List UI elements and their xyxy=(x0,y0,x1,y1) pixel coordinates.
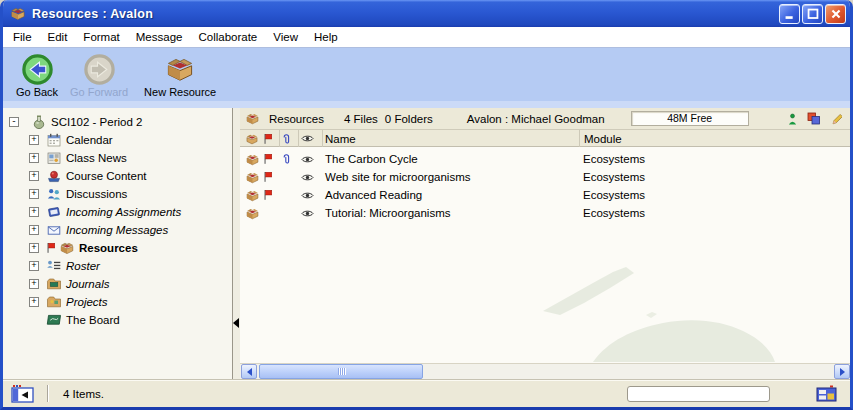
flag-icon xyxy=(261,171,280,183)
flag-icon xyxy=(261,153,280,165)
expand-icon[interactable]: + xyxy=(29,171,39,181)
right-arrow-icon xyxy=(840,368,845,376)
tree-item-incoming-assignments[interactable]: + Incoming Assignments xyxy=(3,203,232,221)
visibility-eye-icon xyxy=(299,191,323,200)
tree-item-discussions[interactable]: + Discussions xyxy=(3,185,232,203)
copy-pages-icon[interactable] xyxy=(807,112,821,125)
course-tree-panel: - SCI102 - Period 2 + xyxy=(3,108,233,379)
expand-icon[interactable]: + xyxy=(29,135,39,145)
resource-row[interactable]: Web site for microorganisms Ecosystems xyxy=(240,168,850,186)
column-visibility-eye-icon[interactable] xyxy=(299,130,323,147)
expand-icon[interactable]: + xyxy=(29,279,39,289)
resource-name: Web site for microorganisms xyxy=(323,171,579,183)
person-icon[interactable] xyxy=(787,113,798,125)
tree-item-class-news[interactable]: + Class News xyxy=(3,149,232,167)
column-module-header[interactable]: Module xyxy=(579,130,850,147)
back-arrow-icon xyxy=(21,52,54,86)
scroll-right-button[interactable] xyxy=(834,364,850,379)
tree-item-label: Roster xyxy=(66,260,100,272)
list-header: Resources 4 Files 0 Folders Avalon : Mic… xyxy=(240,108,850,130)
expand-icon[interactable]: + xyxy=(29,297,39,307)
menu-help[interactable]: Help xyxy=(306,27,346,48)
resource-box-icon xyxy=(243,206,261,221)
column-name-header[interactable]: Name xyxy=(323,130,579,147)
go-back-label: Go Back xyxy=(16,86,58,98)
go-forward-button: Go Forward xyxy=(67,51,131,99)
tree-item-projects[interactable]: + Projects xyxy=(3,293,232,311)
menu-view[interactable]: View xyxy=(265,27,306,48)
resources-box-icon xyxy=(59,240,75,256)
resource-row[interactable]: The Carbon Cycle Ecosystems xyxy=(240,150,850,168)
menu-message[interactable]: Message xyxy=(128,27,191,48)
tree-root-course[interactable]: - SCI102 - Period 2 xyxy=(3,113,232,131)
scroll-left-button[interactable] xyxy=(241,364,257,379)
minimize-button[interactable] xyxy=(779,4,800,24)
menu-format[interactable]: Format xyxy=(75,27,127,48)
resource-row[interactable]: Advanced Reading Ecosystems xyxy=(240,186,850,204)
column-header-row: Name Module xyxy=(240,130,850,147)
tree-item-label: Discussions xyxy=(66,188,127,200)
journals-folder-icon xyxy=(46,276,62,292)
menu-edit[interactable]: Edit xyxy=(40,27,76,48)
maximize-button[interactable] xyxy=(802,4,823,24)
thumb-grip xyxy=(342,368,343,375)
calendar-icon xyxy=(46,132,62,148)
expand-icon[interactable]: + xyxy=(29,189,39,199)
close-button[interactable] xyxy=(825,4,846,24)
new-resource-button[interactable]: New Resource xyxy=(141,51,219,99)
panel-splitter[interactable] xyxy=(233,108,240,379)
status-progress-field xyxy=(627,386,770,402)
tree-item-label: Class News xyxy=(66,152,127,164)
list-body: The Carbon Cycle Ecosystems xyxy=(240,147,850,363)
pencil-icon[interactable] xyxy=(830,112,842,125)
menu-collaborate[interactable]: Collaborate xyxy=(190,27,265,48)
resource-box-icon xyxy=(243,188,261,203)
horizontal-scrollbar[interactable] xyxy=(240,363,850,379)
tree-item-incoming-messages[interactable]: + Incoming Messages xyxy=(3,221,232,239)
items-count: 4 Items. xyxy=(63,388,104,400)
tree-item-roster[interactable]: + Roster xyxy=(3,257,232,275)
left-arrow-icon xyxy=(247,368,252,376)
messages-envelope-icon xyxy=(46,222,62,238)
column-attachment-icon[interactable] xyxy=(280,130,299,147)
visibility-eye-icon xyxy=(299,209,323,218)
resource-row[interactable]: Tutorial: Microorganisms Ecosystems xyxy=(240,204,850,222)
toggle-panel-icon[interactable] xyxy=(11,384,35,404)
folders-count: 0 Folders xyxy=(385,113,433,125)
window-layout-icon[interactable] xyxy=(816,385,838,403)
tree-item-course-content[interactable]: + Course Content xyxy=(3,167,232,185)
scrollbar-thumb[interactable] xyxy=(259,364,423,379)
resource-name: Tutorial: Microorganisms xyxy=(323,207,579,219)
tree-item-the-board[interactable]: The Board xyxy=(3,311,232,329)
chalkboard-icon xyxy=(46,312,62,328)
files-count: 4 Files xyxy=(344,113,378,125)
expand-icon[interactable]: + xyxy=(29,225,39,235)
expand-icon[interactable]: + xyxy=(29,153,39,163)
column-flag-icon[interactable] xyxy=(261,130,280,147)
expand-icon[interactable]: + xyxy=(29,261,39,271)
server-owner-label: Avalon : Michael Goodman xyxy=(467,113,605,125)
resource-name: Advanced Reading xyxy=(323,189,579,201)
thumb-grip xyxy=(344,368,345,375)
collapse-icon[interactable]: - xyxy=(9,117,19,127)
visibility-eye-icon xyxy=(299,173,323,182)
discussions-people-icon xyxy=(46,186,62,202)
tree-item-label: The Board xyxy=(66,314,120,326)
column-resource-icon[interactable] xyxy=(243,130,261,147)
expand-icon[interactable]: + xyxy=(29,243,39,253)
resource-box-icon xyxy=(9,5,27,22)
resources-box-icon xyxy=(245,111,261,127)
expand-icon[interactable]: + xyxy=(29,207,39,217)
tree-item-label: Course Content xyxy=(66,170,147,182)
title-bar[interactable]: Resources : Avalon xyxy=(3,0,850,27)
resources-list-panel: Resources 4 Files 0 Folders Avalon : Mic… xyxy=(240,108,850,379)
forward-arrow-icon xyxy=(83,52,116,86)
go-back-button[interactable]: Go Back xyxy=(11,51,63,99)
tree-item-resources[interactable]: + Resources xyxy=(3,239,232,257)
tree-item-journals[interactable]: + Journals xyxy=(3,275,232,293)
status-separator xyxy=(47,385,48,402)
tree-item-calendar[interactable]: + Calendar xyxy=(3,131,232,149)
menu-file[interactable]: File xyxy=(5,27,40,48)
resource-name: The Carbon Cycle xyxy=(323,153,579,165)
splitter-collapse-arrow-icon[interactable] xyxy=(233,318,239,328)
